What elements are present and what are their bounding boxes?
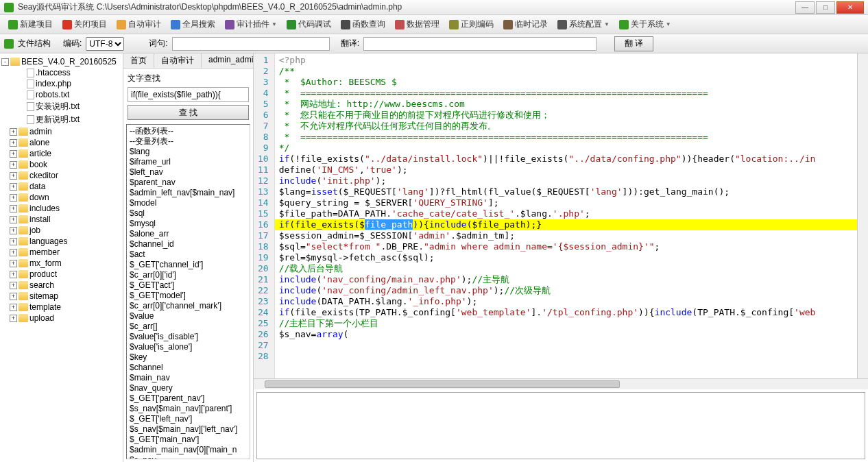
code-line[interactable]: * 不允许对程序代码以任何形式任何目的的再发布。 (275, 121, 857, 132)
tree-node[interactable]: +down (1, 192, 121, 203)
encoding-select[interactable]: UTF-8 (86, 37, 124, 51)
expand-icon[interactable]: + (10, 161, 17, 169)
toolbar-临时记录[interactable]: 临时记录 (499, 17, 552, 32)
code-line[interactable]: if(file_exists($file_path)){include($fil… (275, 219, 857, 230)
code-line[interactable]: /** (275, 66, 857, 77)
list-item[interactable]: $channel_id (128, 239, 248, 250)
tree-node[interactable]: +ckeditor (1, 170, 121, 181)
code-line[interactable]: $query_string = $_SERVER['QUERY_STRING']… (275, 197, 857, 208)
list-item[interactable]: $c_arr[0]['channel_mark'] (128, 301, 248, 311)
minimize-button[interactable]: — (795, 1, 815, 14)
list-item[interactable]: $lang (128, 147, 248, 157)
tree-node[interactable]: +data (1, 181, 121, 192)
code-line[interactable]: * $Author: BEESCMS $ (275, 77, 857, 88)
list-item[interactable]: $value['is_disable'] (128, 332, 248, 342)
search-input[interactable] (128, 87, 249, 102)
code-line[interactable]: if(file_exists(TP_PATH.$_confing['web_te… (275, 307, 857, 318)
code-editor[interactable]: 1234567891011121314151617181920212223242… (254, 53, 868, 378)
code-line[interactable]: $lang=isset($_REQUEST['lang'])?fl_html(f… (275, 186, 857, 197)
expand-icon[interactable]: + (10, 249, 17, 256)
toolbar-关闭项目[interactable]: 关闭项目 (58, 17, 111, 32)
list-item[interactable]: $value (128, 311, 248, 321)
expand-icon[interactable]: + (10, 128, 17, 136)
list-item[interactable]: $admin_main_nav[0]['main_n (128, 445, 248, 455)
expand-icon[interactable]: + (10, 238, 17, 245)
toolbar-自动审计[interactable]: 自动审计 (112, 17, 165, 32)
code-line[interactable]: include('init.php'); (275, 175, 857, 186)
tree-node[interactable]: +search (1, 280, 121, 291)
list-item[interactable]: $channel (128, 363, 248, 373)
tree-node[interactable]: +alone (1, 137, 121, 148)
translate-button[interactable]: 翻 译 (614, 36, 653, 51)
tree-node[interactable]: index.php (1, 78, 121, 89)
toolbar-数据管理[interactable]: 数据管理 (391, 17, 444, 32)
list-item[interactable]: $s_nav[$main_nav]['parent'] (128, 404, 248, 414)
search-button[interactable]: 查 找 (128, 105, 249, 120)
toolbar-关于系统[interactable]: 关于系统▼ (615, 17, 675, 32)
expand-icon[interactable] (18, 103, 25, 110)
expand-icon[interactable] (18, 80, 25, 88)
list-item[interactable]: $_GET['main_nav'] (128, 435, 248, 445)
list-item[interactable]: $parent_nav (128, 178, 248, 188)
tree-node[interactable]: +article (1, 148, 121, 159)
code-line[interactable]: include(DATA_PATH.$lang.'_info.php'); (275, 296, 857, 307)
maximize-button[interactable]: □ (816, 1, 835, 14)
list-item[interactable]: $value['is_alone'] (128, 342, 248, 352)
expand-icon[interactable] (18, 69, 25, 77)
word-input[interactable] (172, 37, 330, 51)
expand-icon[interactable] (18, 91, 25, 99)
toolbar-全局搜索[interactable]: 全局搜索 (167, 17, 219, 32)
code-line[interactable]: * 网站地址: http://www.beescms.com (275, 99, 857, 110)
code-line[interactable]: * ======================================… (275, 132, 857, 143)
list-item[interactable]: $act (128, 250, 248, 260)
code-line[interactable]: <?php (275, 55, 857, 66)
list-item[interactable]: $_GET['channel_id'] (128, 260, 248, 270)
tree-node[interactable]: +sitemap (1, 291, 121, 302)
toolbar-新建项目[interactable]: 新建项目 (4, 17, 57, 32)
tree-node[interactable]: -BEES_V4.0_R_20160525 (1, 56, 121, 67)
list-item[interactable]: $admin_left_nav[$main_nav] (128, 188, 248, 198)
list-item[interactable]: $c_arr[0]['id'] (128, 270, 248, 280)
expand-icon[interactable]: + (10, 150, 17, 158)
expand-icon[interactable]: + (10, 172, 17, 180)
tab-admin_admin.php[interactable]: admin_admin.php (202, 53, 253, 68)
expand-icon[interactable]: + (10, 205, 17, 212)
tree-node[interactable]: 安装说明.txt (1, 100, 121, 113)
toolbar-函数查询[interactable]: 函数查询 (337, 17, 389, 32)
vertical-scrollbar[interactable] (857, 53, 868, 378)
expand-icon[interactable]: + (10, 271, 17, 278)
tree-node[interactable]: +admin (1, 126, 121, 137)
tree-node[interactable]: +includes (1, 203, 121, 214)
close-button[interactable]: ✕ (836, 1, 864, 14)
tree-node[interactable]: +install (1, 214, 121, 225)
expand-icon[interactable]: + (10, 282, 17, 289)
list-item[interactable]: $_GET['parent_nav'] (128, 393, 248, 404)
file-tree-panel[interactable]: -BEES_V4.0_R_20160525.htaccessindex.phpr… (0, 53, 123, 462)
tab-首页[interactable]: 首页 (123, 53, 154, 68)
tree-node[interactable]: +book (1, 159, 121, 170)
code-line[interactable]: * 您只能在不用于商业目的的前提下对程序代码进行修改和使用； (275, 110, 857, 121)
code-line[interactable]: * ======================================… (275, 88, 857, 99)
code-line[interactable]: $file_path=DATA_PATH.'cache_cate/cate_li… (275, 208, 857, 219)
list-item[interactable]: $key (128, 352, 248, 363)
horizontal-scrollbar[interactable] (254, 378, 868, 389)
tree-node[interactable]: +mx_form (1, 258, 121, 269)
list-item[interactable]: $s_nav[$main_nav]['left_nav'] (128, 424, 248, 435)
expand-icon[interactable]: + (10, 194, 17, 202)
expand-icon[interactable]: - (1, 58, 9, 66)
list-item[interactable]: $nav_query (128, 383, 248, 393)
list-item[interactable]: $main_nav (128, 373, 248, 383)
list-item[interactable]: $_GET['act'] (128, 280, 248, 291)
code-line[interactable]: //载入后台导航 (275, 263, 857, 274)
list-item[interactable]: $iframe_url (128, 157, 248, 167)
list-item[interactable]: $s_nav (128, 455, 248, 459)
code-line[interactable]: include('nav_confing/admin_left_nav.php'… (275, 285, 857, 296)
expand-icon[interactable]: + (10, 304, 17, 311)
code-line[interactable]: $sql="select*from ".DB_PRE."admin where … (275, 241, 857, 252)
tree-node[interactable]: +job (1, 225, 121, 236)
code-line[interactable]: include('nav_confing/main_nav.php');//主导… (275, 274, 857, 285)
translate-input[interactable] (363, 37, 596, 51)
list-item[interactable]: $mysql (128, 219, 248, 229)
code-line[interactable]: define('IN_CMS','true'); (275, 165, 857, 175)
expand-icon[interactable]: + (10, 139, 17, 147)
